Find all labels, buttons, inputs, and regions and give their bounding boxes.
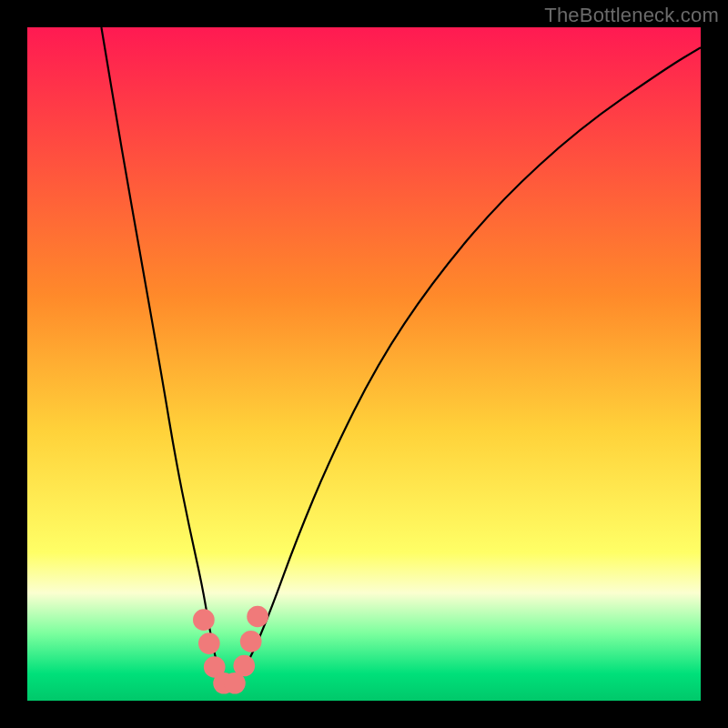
bead-right-1 bbox=[233, 655, 255, 677]
bead-left-2 bbox=[198, 632, 220, 654]
chart-svg bbox=[27, 27, 701, 701]
chart-frame bbox=[27, 27, 701, 701]
watermark-text: TheBottleneck.com bbox=[544, 4, 719, 27]
bead-left-1 bbox=[193, 609, 215, 631]
bead-right-3 bbox=[247, 606, 268, 628]
chart-background bbox=[27, 27, 701, 701]
bead-right-2 bbox=[240, 631, 262, 652]
